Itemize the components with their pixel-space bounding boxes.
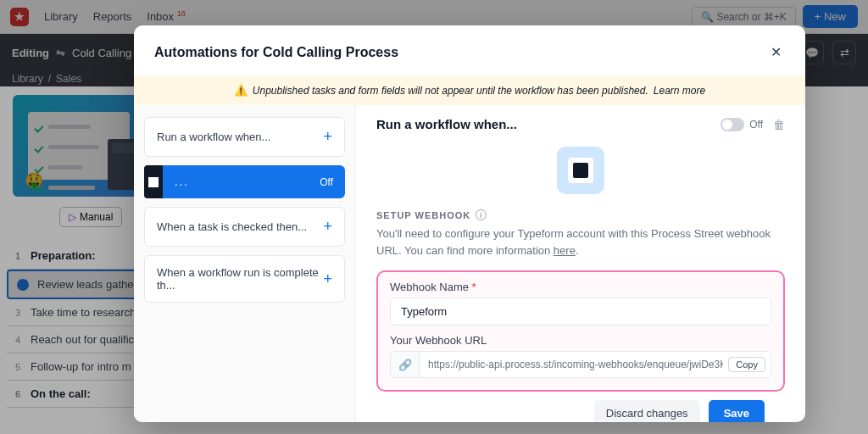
plus-icon[interactable]: + [323,218,332,236]
plus-icon[interactable]: + [323,270,332,288]
webhook-url-row: 🔗 https://public-api.process.st/incoming… [390,351,771,378]
link-icon: 🔗 [391,352,420,377]
webhook-description: You'll need to configure your Typeform a… [376,225,785,259]
typeform-icon [144,165,163,198]
close-icon[interactable]: ✕ [767,41,785,64]
trigger-status: Off [320,176,333,188]
app-tile [557,147,604,194]
plus-icon[interactable]: + [323,128,332,146]
trash-icon[interactable]: 🗑 [773,118,785,131]
info-icon[interactable]: i [476,209,487,220]
warning-icon: ⚠️ [234,84,248,97]
learn-more-link[interactable]: Learn more [654,85,705,97]
webhook-name-input[interactable] [390,298,771,326]
save-button[interactable]: Save [709,400,765,422]
copy-button[interactable]: Copy [728,357,765,372]
enable-toggle[interactable] [721,118,744,131]
modal-title: Automations for Cold Calling Process [154,45,398,60]
warning-banner: ⚠️ Unpublished tasks and form fields wil… [134,75,805,105]
webhook-url-label: Your Webhook URL [390,334,771,347]
trigger-run-when[interactable]: Run a workflow when... + [144,117,345,157]
webhook-name-label: Webhook Name * [390,281,771,293]
discard-button[interactable]: Discard changes [594,400,700,422]
section-label: SETUP WEBHOOK i [376,209,785,220]
trigger-task-checked[interactable]: When a task is checked then... + [144,207,345,247]
toggle-label: Off [749,119,763,131]
typeform-icon [573,163,588,178]
config-title: Run a workflow when... [376,117,517,131]
automations-modal: Automations for Cold Calling Process ✕ ⚠… [134,25,805,422]
trigger-config: Run a workflow when... Off 🗑 SETUP WEBHO… [356,105,805,422]
trigger-list: Run a workflow when... + ... Off When a … [134,105,356,422]
webhook-highlight: Webhook Name * Your Webhook URL 🔗 https:… [376,270,785,392]
trigger-active[interactable]: ... Off [144,165,345,198]
here-link[interactable]: here [554,244,576,257]
trigger-run-complete[interactable]: When a workflow run is complete th... + [144,255,345,303]
webhook-url-value: https://public-api.process.st/incoming-w… [420,352,723,377]
